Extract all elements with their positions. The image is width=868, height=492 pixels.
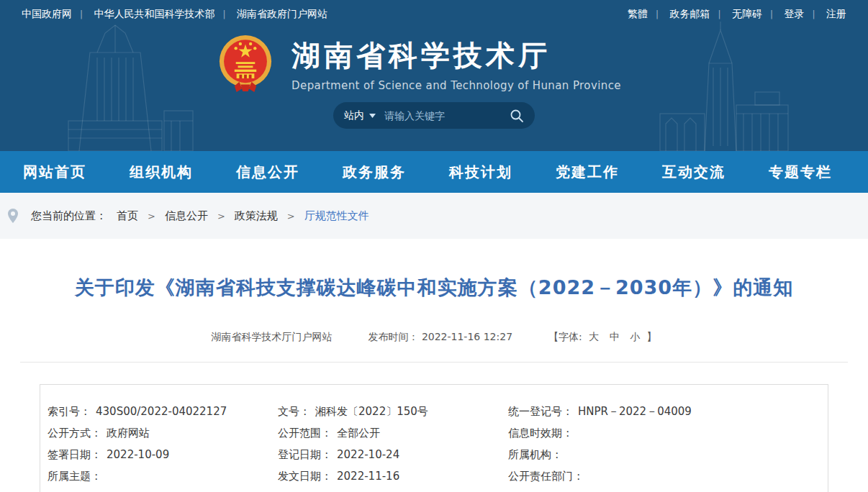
info-row: 索引号：430S00/2022-04022127 文号：湘科发〔2022〕150… bbox=[40, 401, 828, 422]
site-logo-lockup[interactable]: 湖南省科学技术厅 Department of Science and Techn… bbox=[0, 34, 854, 94]
breadcrumb: 您当前的位置： 首页 > 信息公开 > 政策法规 > 厅规范性文件 bbox=[0, 193, 868, 239]
document-info-box: 索引号：430S00/2022-04022127 文号：湘科发〔2022〕150… bbox=[40, 384, 828, 492]
topbar-link-register[interactable]: 注册 bbox=[826, 8, 846, 19]
nav-item-sci-tech-programs[interactable]: 科技计划 bbox=[449, 163, 512, 182]
breadcrumb-item-info-disclosure[interactable]: 信息公开 bbox=[165, 209, 208, 223]
topbar-link-mail[interactable]: 政务邮箱 bbox=[670, 8, 710, 19]
breadcrumb-separator: > bbox=[217, 211, 225, 222]
topbar-divider: | bbox=[770, 9, 773, 19]
breadcrumb-item-current[interactable]: 厅规范性文件 bbox=[304, 209, 369, 223]
nav-item-party-building[interactable]: 党建工作 bbox=[556, 163, 619, 182]
article-title: 关于印发《湖南省科技支撑碳达峰碳中和实施方案（2022－2030年）》的通知 bbox=[0, 275, 868, 301]
publish-time: 发布时间： 2022-11-16 12:27 bbox=[368, 331, 512, 344]
search-button[interactable] bbox=[510, 109, 524, 123]
search-input[interactable] bbox=[384, 110, 510, 122]
font-size-small-button[interactable]: 小 bbox=[630, 331, 640, 342]
publish-time-label: 发布时间： bbox=[368, 331, 418, 342]
article-meta: 湖南省科学技术厅门户网站 发布时间： 2022-11-16 12:27 【字体:… bbox=[0, 331, 868, 344]
info-cell-subject: 所属主题： bbox=[48, 465, 278, 487]
publish-time-value: 2022-11-16 12:27 bbox=[422, 331, 512, 342]
topbar-divider: | bbox=[813, 9, 815, 19]
header-main: 湖南省科学技术厅 Department of Science and Techn… bbox=[0, 34, 868, 129]
info-cell-validity-period: 信息时效期： bbox=[508, 422, 820, 444]
search-scope-select[interactable]: 站内 bbox=[344, 109, 376, 122]
location-pin-icon bbox=[7, 208, 19, 224]
nav-item-home[interactable]: 网站首页 bbox=[23, 163, 86, 182]
site-search: 站内 bbox=[333, 102, 535, 129]
info-row: 签署日期：2022-10-09 登记日期：2022-10-24 所属机构： bbox=[40, 444, 828, 465]
breadcrumb-prefix: 您当前的位置： bbox=[31, 209, 107, 223]
national-emblem-logo bbox=[218, 34, 273, 94]
info-cell-registration-date: 登记日期：2022-10-24 bbox=[278, 444, 508, 465]
brand-text: 湖南省科学技术厅 Department of Science and Techn… bbox=[291, 36, 621, 92]
topbar-divider: | bbox=[223, 9, 226, 19]
main-nav: 网站首页 组织机构 信息公开 政务服务 科技计划 党建工作 互动交流 专题专栏 bbox=[0, 151, 868, 193]
topbar: 中国政府网| 中华人民共和国科学技术部| 湖南省政府门户网站 繁體| 政务邮箱|… bbox=[0, 0, 868, 29]
topbar-link-login[interactable]: 登录 bbox=[785, 8, 805, 19]
chevron-down-icon bbox=[369, 114, 376, 118]
article-source: 湖南省科学技术厅门户网站 bbox=[211, 331, 332, 344]
info-cell-disclosure-scope: 公开范围：全部公开 bbox=[278, 422, 508, 444]
info-cell-issue-date: 发文日期：2022-11-16 bbox=[278, 465, 508, 487]
font-size-medium-button[interactable]: 中 bbox=[610, 331, 620, 342]
topbar-link-gov-cn[interactable]: 中国政府网 bbox=[22, 8, 72, 19]
topbar-link-hunan-gov[interactable]: 湖南省政府门户网站 bbox=[237, 8, 327, 19]
nav-item-interaction[interactable]: 互动交流 bbox=[662, 163, 725, 182]
nav-item-organization[interactable]: 组织机构 bbox=[130, 163, 193, 182]
topbar-link-traditional[interactable]: 繁體 bbox=[628, 8, 648, 19]
search-icon bbox=[510, 109, 524, 123]
info-cell-affiliated-org: 所属机构： bbox=[508, 444, 820, 465]
info-cell-signing-date: 签署日期：2022-10-09 bbox=[48, 444, 278, 465]
font-size-label-open: 【字体: bbox=[548, 331, 582, 342]
topbar-divider: | bbox=[718, 9, 721, 19]
breadcrumb-item-policies[interactable]: 政策法规 bbox=[235, 209, 278, 223]
site-title: 湖南省科学技术厅 bbox=[291, 36, 621, 76]
breadcrumb-separator: > bbox=[148, 211, 155, 222]
topbar-divider: | bbox=[656, 9, 659, 19]
info-cell-disclosure-method: 公开方式：政府网站 bbox=[48, 422, 278, 444]
topbar-link-accessibility[interactable]: 无障碍 bbox=[732, 8, 762, 19]
info-row: 所属主题： 发文日期：2022-11-16 公开责任部门： bbox=[40, 465, 828, 487]
info-cell-index-number: 索引号：430S00/2022-04022127 bbox=[48, 401, 278, 422]
meta-divider bbox=[20, 362, 848, 363]
info-row: 公开方式：政府网站 公开范围：全部公开 信息时效期： bbox=[40, 422, 828, 444]
topbar-left-links: 中国政府网| 中华人民共和国科学技术部| 湖南省政府门户网站 bbox=[22, 8, 327, 21]
topbar-right-links: 繁體| 政务邮箱| 无障碍| 登录| 注册 bbox=[628, 8, 846, 21]
topbar-divider: | bbox=[80, 9, 83, 19]
site-subtitle: Department of Science and Technology of … bbox=[291, 79, 621, 92]
topbar-link-most[interactable]: 中华人民共和国科学技术部 bbox=[94, 8, 215, 19]
font-size-large-button[interactable]: 大 bbox=[589, 331, 599, 342]
search-scope-label: 站内 bbox=[344, 109, 364, 122]
breadcrumb-separator: > bbox=[287, 211, 295, 222]
article-main: 关于印发《湖南省科技支撑碳达峰碳中和实施方案（2022－2030年）》的通知 湖… bbox=[0, 275, 868, 492]
nav-item-special-topics[interactable]: 专题专栏 bbox=[769, 163, 832, 182]
info-cell-unified-reg-number: 统一登记号：HNPR－2022－04009 bbox=[508, 401, 820, 422]
font-size-controls: 【字体: 大 中 小 】 bbox=[548, 331, 657, 344]
info-cell-doc-number: 文号：湘科发〔2022〕150号 bbox=[278, 401, 508, 422]
info-cell-responsible-dept: 公开责任部门： bbox=[508, 465, 820, 487]
breadcrumb-item-home[interactable]: 首页 bbox=[117, 209, 138, 223]
nav-item-gov-services[interactable]: 政务服务 bbox=[343, 163, 406, 182]
nav-item-info-disclosure[interactable]: 信息公开 bbox=[236, 163, 299, 182]
site-header: 中国政府网| 中华人民共和国科学技术部| 湖南省政府门户网站 繁體| 政务邮箱|… bbox=[0, 0, 868, 151]
font-size-label-close: 】 bbox=[647, 331, 657, 342]
